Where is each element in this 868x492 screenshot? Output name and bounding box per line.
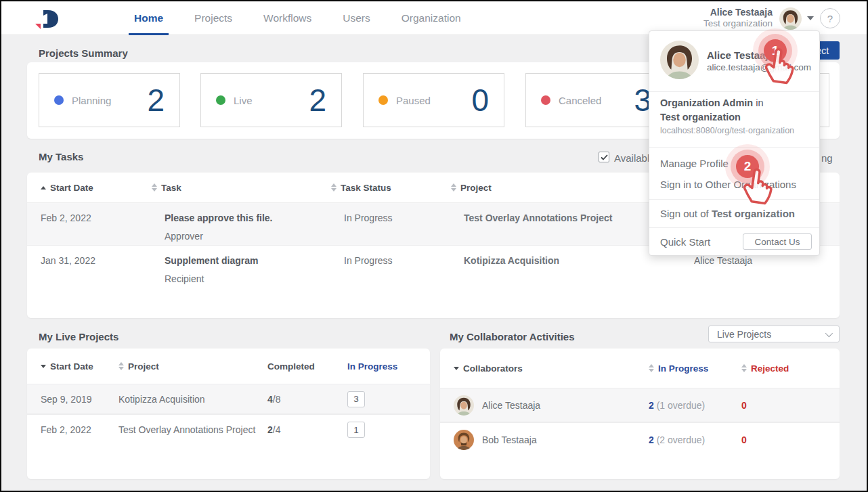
completed-fraction: 2/4 xyxy=(267,424,347,435)
main-nav: Home Projects Workflows Users Organizati… xyxy=(134,1,461,35)
column-label: Collaborators xyxy=(463,363,523,374)
sort-icon[interactable] xyxy=(741,364,747,372)
available-checkbox[interactable] xyxy=(599,152,609,162)
truncated-filter-label-fragment: ng xyxy=(821,152,833,164)
task-status: In Progress xyxy=(344,255,464,266)
sort-icon[interactable] xyxy=(331,183,337,192)
tab-home[interactable]: Home xyxy=(134,1,163,35)
in-progress-count-button[interactable]: 3 xyxy=(347,391,365,407)
sort-descending-icon[interactable] xyxy=(41,365,46,368)
summary-card-canceled[interactable]: Canceled 3 xyxy=(525,73,667,127)
tab-users[interactable]: Users xyxy=(343,1,370,35)
column-label: Project xyxy=(128,361,159,372)
summary-card-paused[interactable]: Paused 0 xyxy=(363,73,504,127)
projects-filter-select[interactable]: Live Projects xyxy=(708,326,840,342)
completed-fraction: 4/8 xyxy=(267,394,347,405)
sort-icon[interactable] xyxy=(152,183,157,192)
tab-organization[interactable]: Organization xyxy=(402,1,461,35)
tab-projects[interactable]: Projects xyxy=(194,1,232,35)
overdue-note: (1 overdue) xyxy=(657,400,706,411)
in-progress-count: 2 xyxy=(649,400,654,411)
summary-card-label: Canceled xyxy=(559,95,601,106)
sign-out-prefix: Sign out of xyxy=(660,208,709,219)
table-row[interactable]: Alice Testaaja 2 (1 overdue) 0 xyxy=(440,388,840,422)
rejected-count: 0 xyxy=(741,434,826,445)
contact-us-button[interactable]: Contact Us xyxy=(743,233,812,250)
planning-status-dot xyxy=(54,95,64,105)
collab-header-collaborators: Collaborators xyxy=(454,363,649,374)
canceled-status-dot xyxy=(541,95,550,105)
live-header-in-progress: In Progress xyxy=(347,361,416,372)
avatar xyxy=(454,395,474,416)
nav-user-org: Test organization xyxy=(703,18,773,28)
column-label: In Progress xyxy=(658,363,708,374)
collab-header-in-progress: In Progress xyxy=(649,363,741,374)
summary-card-label: Paused xyxy=(396,95,431,106)
menu-role-suffix: in xyxy=(756,97,763,108)
project-name[interactable]: Test Overlay Annotations Project xyxy=(118,424,267,435)
selected-filter-value: Live Projects xyxy=(717,329,771,340)
summary-card-value: 0 xyxy=(471,85,489,116)
sort-ascending-icon[interactable] xyxy=(41,186,46,189)
paused-status-dot xyxy=(378,95,388,105)
sort-icon[interactable] xyxy=(451,183,456,192)
summary-card-value: 2 xyxy=(147,85,165,116)
task-owner: Alice Testaaja xyxy=(694,255,826,266)
in-progress-count-button[interactable]: 1 xyxy=(347,422,365,438)
summary-card-label: Planning xyxy=(72,95,111,106)
task-title[interactable]: Please approve this file. xyxy=(165,213,344,223)
menu-item-sign-out[interactable]: Sign out of Test organization xyxy=(660,208,795,219)
project-name[interactable]: Kotipizza Acquisition xyxy=(118,394,267,405)
task-role: Recipient xyxy=(165,273,344,284)
column-label: Project xyxy=(460,183,492,193)
my-tasks-title: My Tasks xyxy=(39,151,83,162)
menu-item-quick-start[interactable]: Quick Start xyxy=(660,236,710,248)
sort-descending-icon[interactable] xyxy=(454,367,459,370)
table-row[interactable]: Feb 2, 2022 Test Overlay Annotations Pro… xyxy=(27,414,430,445)
chevron-down-icon xyxy=(825,329,833,336)
rejected-count: 0 xyxy=(741,400,826,411)
in-progress-count: 2 xyxy=(649,434,654,445)
task-title[interactable]: Supplement diagram xyxy=(165,255,344,266)
sort-icon[interactable] xyxy=(118,362,124,370)
task-project[interactable]: Kotipizza Acquisition xyxy=(464,255,694,266)
task-cell: Please approve this file. Approver xyxy=(165,213,344,242)
pointer-hand-icon xyxy=(757,42,801,91)
app-logo-icon[interactable] xyxy=(32,7,62,33)
menu-role: Organization Admin xyxy=(660,97,753,108)
menu-item-manage-profile[interactable]: Manage Profile xyxy=(660,158,729,169)
task-start-date: Feb 2, 2022 xyxy=(41,213,165,223)
completed-done: 4 xyxy=(267,394,273,405)
tab-workflows[interactable]: Workflows xyxy=(263,1,311,35)
overdue-note: (2 overdue) xyxy=(657,434,706,445)
help-button[interactable]: ? xyxy=(820,8,840,28)
tasks-header-task: Task xyxy=(165,183,344,193)
collab-header-rejected: Rejected xyxy=(741,363,826,374)
chevron-down-icon[interactable] xyxy=(807,16,814,20)
avatar xyxy=(454,430,474,450)
pointer-hand-icon xyxy=(735,162,779,212)
projects-summary-title: Projects Summary xyxy=(39,47,128,59)
live-header-start-date: Start Date xyxy=(41,361,118,372)
in-progress-value: 2 (2 overdue) xyxy=(649,434,741,445)
collaborator-name[interactable]: Alice Testaaja xyxy=(482,400,540,411)
collaborator-name[interactable]: Bob Testaaja xyxy=(482,434,537,445)
summary-card-live[interactable]: Live 2 xyxy=(200,73,342,127)
sort-icon[interactable] xyxy=(649,364,654,372)
nav-user-name: Alice Testaaja xyxy=(703,7,773,18)
live-projects-header: Start Date Project Completed In Progress xyxy=(27,349,430,384)
nav-user-info[interactable]: Alice Testaaja Test organization xyxy=(703,7,773,28)
divider xyxy=(649,147,819,148)
my-live-projects-panel: Start Date Project Completed In Progress… xyxy=(27,349,430,479)
divider xyxy=(649,227,819,228)
live-header-project: Project xyxy=(118,361,267,372)
nav-avatar[interactable] xyxy=(779,7,802,30)
table-row[interactable]: Sep 9, 2019 Kotipizza Acquisition 4/8 3 xyxy=(27,384,430,414)
menu-role-line: Organization Admin in xyxy=(660,97,764,108)
project-start-date: Sep 9, 2019 xyxy=(41,394,118,405)
table-row[interactable]: Bob Testaaja 2 (2 overdue) 0 xyxy=(440,422,840,457)
column-label: Start Date xyxy=(50,361,93,372)
summary-card-planning[interactable]: Planning 2 xyxy=(39,73,180,127)
collaborator-activities-title: My Collaborator Activities xyxy=(450,331,574,342)
task-status: In Progress xyxy=(344,213,464,223)
